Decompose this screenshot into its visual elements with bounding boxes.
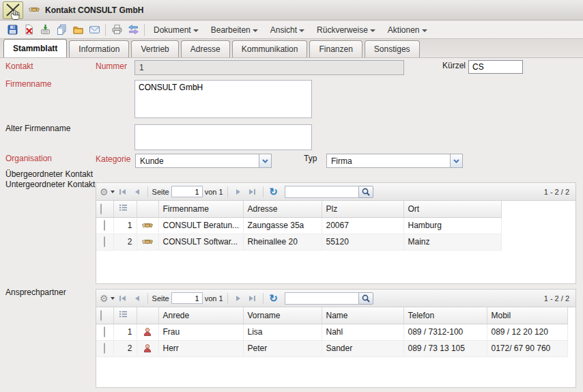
contact-window: Kontakt CONSULT GmbH Dokument Bearbeiten…	[0, 0, 583, 392]
first-page-button[interactable]	[117, 186, 129, 198]
grid-settings-button[interactable]: ⚙	[100, 292, 115, 305]
table-row[interactable]: 2 Herr Peter Sander 089 / 73 13 105 0172…	[96, 340, 567, 356]
ansprechpartner-grid: ⚙ Seite von 1 ↻ 1 - 2 / 2	[96, 289, 576, 388]
header-row-number[interactable]	[113, 201, 137, 217]
grid-settings-button[interactable]: ⚙	[100, 186, 115, 198]
table-row[interactable]: 1 CONSULT Beratun... Zaungasse 35a 20067…	[96, 217, 501, 234]
tab-finanzen[interactable]: Finanzen	[309, 40, 362, 57]
header-mobil[interactable]: Mobil	[487, 307, 567, 324]
firmenname-label: Firmenname	[5, 79, 51, 89]
first-page-button[interactable]	[117, 292, 129, 305]
header-icon-column[interactable]	[137, 307, 158, 324]
chevron-down-icon	[111, 297, 115, 300]
tab-strip: Stammblatt Information Vertrieb Adresse …	[0, 39, 583, 58]
header-anrede[interactable]: Anrede	[158, 307, 243, 324]
print-icon[interactable]	[109, 24, 125, 36]
row-checkbox[interactable]	[104, 326, 105, 337]
handshake-icon	[137, 234, 158, 250]
next-page-button[interactable]	[232, 186, 244, 198]
first-page-icon	[122, 189, 126, 195]
chevron-down-icon	[253, 29, 258, 32]
kategorie-label: Kategorie	[96, 154, 130, 164]
numbered-list-icon	[118, 203, 128, 212]
handshake-icon	[137, 217, 158, 234]
grid-search-input[interactable]	[285, 186, 358, 198]
copy-icon[interactable]	[53, 24, 70, 36]
von-label: von 1	[205, 294, 223, 303]
table-row[interactable]: 1 Frau Lisa Nahl 089 / 7312-100 089 / 12…	[96, 324, 567, 340]
header-telefon[interactable]: Telefon	[403, 307, 487, 324]
page-number-input[interactable]	[171, 186, 203, 197]
ansprechpartner-label: Ansprechpartner	[5, 288, 66, 297]
menu-rueckverweise[interactable]: Rückverweise	[311, 22, 382, 38]
last-page-icon	[249, 189, 253, 195]
kuerzel-field[interactable]	[468, 60, 523, 74]
tab-vertrieb[interactable]: Vertrieb	[131, 40, 178, 57]
untergeordneter-kontakt-label: Untergeordneter Kontakt	[5, 180, 95, 189]
alter-firmenname-field[interactable]	[134, 124, 312, 150]
save-icon[interactable]	[4, 24, 20, 36]
header-name[interactable]: Name	[322, 307, 403, 324]
chevron-down-icon[interactable]	[259, 154, 271, 167]
menu-bearbeiten[interactable]: Bearbeiten	[205, 22, 264, 38]
tab-adresse[interactable]: Adresse	[181, 40, 230, 57]
import-icon[interactable]	[37, 24, 53, 36]
mail-icon[interactable]	[86, 24, 102, 36]
tab-stammblatt[interactable]: Stammblatt	[3, 39, 67, 57]
checkbox-icon	[100, 310, 102, 321]
gear-icon: ⚙	[100, 187, 109, 197]
page-number-input[interactable]	[171, 292, 203, 304]
menu-ansicht[interactable]: Ansicht	[264, 22, 311, 38]
prev-page-button[interactable]	[131, 186, 143, 198]
tab-kommunikation[interactable]: Kommunikation	[232, 40, 308, 57]
firmenname-field[interactable]: CONSULT GmbH	[134, 80, 312, 118]
typ-value: Firma	[327, 154, 450, 167]
folder-icon[interactable]	[70, 24, 86, 36]
header-ort[interactable]: Ort	[403, 201, 501, 217]
header-row-number[interactable]	[113, 307, 137, 324]
last-page-icon	[249, 296, 253, 301]
header-icon-column[interactable]	[137, 201, 158, 217]
menu-dokument[interactable]: Dokument	[147, 22, 205, 38]
header-select-all[interactable]	[96, 201, 113, 217]
last-page-button[interactable]	[246, 292, 259, 305]
row-checkbox[interactable]	[104, 220, 105, 231]
header-adresse[interactable]: Adresse	[243, 201, 322, 217]
menu-aktionen[interactable]: Aktionen	[382, 22, 433, 38]
numbered-list-icon	[118, 309, 128, 319]
transfer-icon[interactable]	[125, 24, 141, 36]
last-page-button[interactable]	[246, 186, 259, 198]
kuerzel-label: Kürzel	[442, 61, 466, 70]
typ-label: Typ	[304, 154, 317, 163]
next-page-button[interactable]	[232, 292, 244, 305]
delete-icon[interactable]	[20, 24, 37, 36]
search-button[interactable]	[358, 186, 373, 198]
checkbox-icon	[100, 204, 102, 214]
refresh-button[interactable]: ↻	[268, 292, 280, 305]
refresh-button[interactable]: ↻	[268, 186, 280, 198]
tab-information[interactable]: Information	[69, 40, 129, 57]
chevron-down-icon[interactable]	[450, 154, 462, 167]
uebergeordneter-kontakt-label: Übergeordneter Kontakt	[5, 169, 93, 179]
table-row[interactable]: 2 CONSULT Softwar... Rheinallee 20 55120…	[96, 234, 501, 250]
handshake-icon	[29, 4, 40, 17]
header-plz[interactable]: Plz	[322, 201, 403, 217]
gear-icon: ⚙	[100, 294, 109, 303]
seite-label: Seite	[152, 294, 169, 303]
prev-page-icon	[135, 189, 139, 195]
header-vorname[interactable]: Vorname	[243, 307, 322, 324]
typ-combo[interactable]: Firma	[326, 154, 463, 168]
prev-page-button[interactable]	[131, 292, 143, 305]
header-select-all[interactable]	[96, 307, 113, 324]
row-checkbox[interactable]	[104, 343, 105, 354]
grid-search-input[interactable]	[285, 292, 358, 305]
header-firmenname[interactable]: Firmenname	[158, 201, 243, 217]
row-checkbox[interactable]	[104, 236, 105, 247]
tab-sonstiges[interactable]: Sonstiges	[365, 40, 420, 57]
close-button[interactable]	[3, 1, 23, 19]
chevron-down-icon	[422, 29, 427, 32]
search-button[interactable]	[358, 292, 373, 305]
prev-page-icon	[135, 296, 139, 301]
kategorie-combo[interactable]: Kunde	[135, 154, 272, 168]
chevron-down-icon	[370, 29, 375, 32]
